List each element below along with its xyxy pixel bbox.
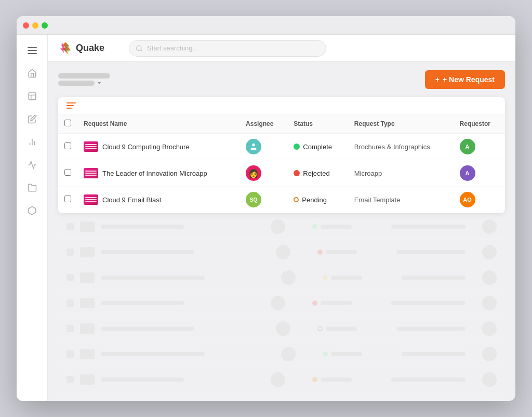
maximize-button[interactable] (42, 22, 48, 29)
svg-point-12 (137, 45, 141, 50)
select-all-cell (58, 114, 77, 134)
blurred-row (58, 240, 505, 265)
blurred-type-bar (391, 377, 466, 382)
minimize-button[interactable] (32, 22, 38, 29)
top-bar: Quake Start searching... (48, 35, 515, 62)
sidebar-menu-icon[interactable] (23, 41, 42, 60)
blurred-requestor (482, 270, 497, 285)
blurred-name-bar (101, 352, 205, 356)
col-header-request-type: Request Type (348, 114, 454, 134)
row-checkbox-0[interactable] (64, 142, 71, 149)
col-header-assignee: Assignee (240, 114, 287, 134)
row-checkbox-1[interactable] (64, 169, 71, 176)
svg-marker-14 (98, 82, 101, 84)
breadcrumb-line-2 (58, 81, 95, 86)
svg-line-13 (141, 49, 142, 51)
requestor-avatar: A (460, 165, 475, 181)
page-header: + + New Request (58, 70, 505, 89)
blurred-row (58, 291, 505, 316)
sidebar-edit-icon[interactable] (23, 110, 42, 128)
request-name-text[interactable]: Cloud 9 Computing Brochure (102, 143, 190, 151)
blurred-checkbox (66, 249, 74, 256)
blurred-checkbox (66, 325, 74, 332)
sidebar-analytics-icon[interactable] (23, 155, 42, 174)
blurred-name-bar (101, 250, 194, 254)
sidebar-packages-icon[interactable] (23, 201, 42, 220)
sidebar-tasks-icon[interactable] (23, 87, 42, 106)
blurred-checkbox (66, 223, 74, 230)
request-name-text[interactable]: Cloud 9 Email Blast (102, 196, 161, 204)
row-checkbox-2[interactable] (64, 196, 71, 202)
col-header-status: Status (287, 114, 348, 134)
logo-area: Quake (58, 41, 121, 56)
request-name-cell: Cloud 9 Computing Brochure (77, 134, 240, 160)
assignee-avatar (246, 139, 261, 154)
blurred-requestor (482, 245, 497, 259)
status-dot (294, 197, 299, 202)
request-type-cell: Brochures & Infographics (348, 134, 454, 160)
status-badge: Complete (294, 143, 341, 151)
blurred-icon (80, 221, 95, 232)
blurred-icon (80, 349, 95, 359)
sidebar-reports-icon[interactable] (23, 133, 42, 151)
request-name-cell: The Leader of Innovation Microapp (77, 160, 240, 187)
table-header-row: Request Name Assignee Status Request Typ… (58, 114, 505, 134)
sidebar-files-icon[interactable] (23, 178, 42, 197)
dropdown-chevron-icon[interactable] (97, 81, 102, 86)
filter-line-1 (66, 102, 76, 103)
status-dot (294, 170, 300, 176)
row-checkbox-cell-2 (58, 187, 77, 213)
blurred-name-bar (101, 225, 184, 229)
col-header-requestor: Requestor (454, 114, 505, 134)
blurred-status-dot (323, 275, 328, 280)
blurred-status-dot (312, 301, 317, 306)
row-checkbox-cell-1 (58, 160, 77, 187)
sidebar-home-icon[interactable] (23, 64, 42, 83)
status-cell: Pending (287, 187, 348, 213)
blurred-requestor (482, 321, 497, 336)
blurred-status-bar (331, 276, 362, 280)
search-bar[interactable]: Start searching... (129, 40, 326, 57)
blurred-status-bar (326, 327, 357, 331)
blurred-status-dot (312, 224, 317, 229)
status-badge: Rejected (294, 170, 341, 177)
blurred-row (58, 367, 505, 393)
titlebar (17, 16, 515, 35)
search-placeholder: Start searching... (147, 44, 198, 52)
requestor-cell: A (454, 134, 505, 160)
blurred-status-dot (317, 250, 323, 255)
blurred-assignee (271, 219, 285, 234)
assignee-cell (240, 134, 287, 160)
status-cell: Complete (287, 134, 348, 160)
table-row: Cloud 9 Email Blast SQ Pending Email Tem… (58, 187, 505, 213)
close-button[interactable] (23, 22, 29, 29)
traffic-lights (23, 22, 48, 29)
blurred-requestor (482, 219, 497, 234)
main-content: Quake Start searching... (48, 35, 515, 401)
filter-line-3 (66, 108, 72, 109)
blurred-type-bar (402, 276, 466, 280)
request-type-text: Microapp (354, 170, 382, 177)
blurred-requestor (482, 372, 497, 387)
request-type-icon (84, 168, 98, 178)
app-window: Quake Start searching... (17, 16, 515, 401)
blurred-assignee (271, 372, 285, 387)
blurred-assignee (276, 321, 290, 336)
filter-button[interactable] (66, 102, 76, 109)
select-all-checkbox[interactable] (64, 120, 71, 126)
blurred-type-bar (391, 225, 466, 229)
blurred-row (58, 214, 505, 240)
status-text: Pending (302, 196, 327, 204)
new-request-button[interactable]: + + New Request (425, 70, 505, 89)
blurred-status-bar (321, 301, 352, 305)
blurred-status-bar (331, 352, 362, 356)
assignee-cell: 👩 (240, 160, 287, 187)
blurred-icon (80, 374, 95, 385)
blurred-name-bar (101, 301, 184, 305)
blurred-icon (80, 298, 95, 308)
table-toolbar (58, 97, 505, 114)
requests-table-container: Request Name Assignee Status Request Typ… (58, 97, 505, 213)
request-name-text[interactable]: The Leader of Innovation Microapp (102, 170, 207, 177)
content-area: + + New Request (48, 62, 515, 401)
table-row: The Leader of Innovation Microapp 👩 Reje… (58, 160, 505, 187)
